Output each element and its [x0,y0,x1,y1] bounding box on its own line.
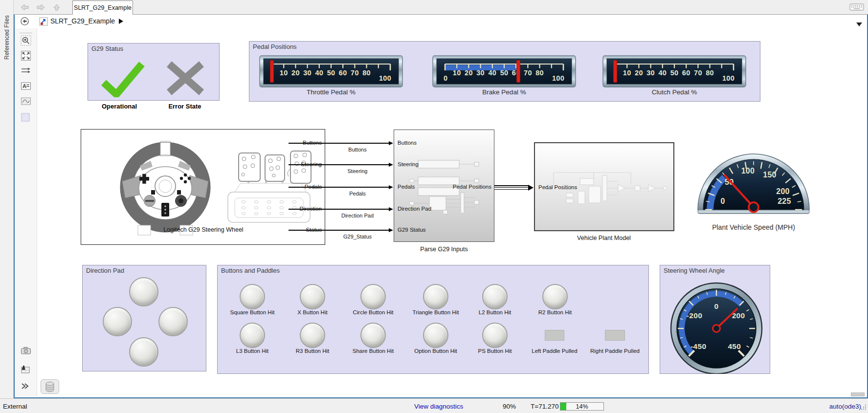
zoom-icon[interactable] [21,35,31,48]
svg-text:40: 40 [488,69,496,77]
button-lamp[interactable] [360,323,386,348]
svg-text:70: 70 [351,69,359,77]
screenshot-camera-icon[interactable] [21,346,31,357]
model-icon [39,17,48,28]
svg-text:70: 70 [524,69,532,77]
svg-text:100: 100 [379,74,391,82]
keyboard-icon[interactable] [849,3,864,13]
button-lamp[interactable] [423,323,448,348]
up-icon[interactable] [53,3,61,13]
parse-in-port-label: G29 Status [398,227,426,233]
diagram-canvas[interactable]: G29 Status Operational Error State Pedal… [37,28,867,396]
g29-status-panel[interactable]: G29 Status [88,43,220,101]
parse-in-port-label: Steering [398,161,419,167]
svg-text:30: 30 [476,69,485,77]
signal-wire[interactable] [289,164,389,165]
breadcrumb-model[interactable]: SLRT_G29_Example [50,17,123,25]
plant-in-port-label: Pedal Positions [538,184,577,190]
signal-wire[interactable] [289,209,389,210]
parse-block-name: Parse G29 Inputs [395,246,493,253]
svg-text:10: 10 [280,69,288,77]
speed-gauge[interactable]: 050100150200225 [695,144,812,220]
svg-text:20: 20 [291,69,300,77]
hide-explorer-icon[interactable] [20,17,29,28]
svg-text:70: 70 [694,69,702,77]
brake-gauge-label: Brake Pedal % [432,88,576,96]
fit-to-view-icon[interactable] [21,50,31,63]
parse-in-port-label: Direction Pad [398,206,431,212]
lamp-label: Right Paddle Pulled [579,348,652,354]
button-lamp[interactable] [482,284,508,309]
forward-icon[interactable] [36,3,46,13]
throttle-gauge[interactable]: 1020304050607080100 [259,55,403,87]
tab-slrt-g29-example[interactable]: SLRT_G29_Example [72,0,133,15]
steering-angle-panel[interactable]: Steering Wheel Angle -450-2000200450 [660,265,770,374]
speed-gauge-label: Plant Vehicle Speed (MPH) [685,223,822,231]
signal-lines-icon[interactable] [21,66,31,76]
button-lamp[interactable] [423,284,448,309]
check-icon[interactable] [99,58,145,97]
expand-toolbar-icon[interactable] [21,383,29,391]
signal-name-label: Buttons [318,147,397,152]
annotation-icon[interactable]: A [21,82,31,92]
tab-label: SLRT_G29_Example [74,4,132,11]
svg-text:-200: -200 [687,311,702,320]
resize-grip[interactable] [861,404,867,412]
svg-text:450: 450 [728,342,741,350]
bus-wire-pedal-positions[interactable] [494,185,529,190]
svg-text:100: 100 [741,167,755,175]
svg-text:60: 60 [339,69,347,77]
parse-g29-inputs-block[interactable]: ButtonsSteeringPedalsDirection PadG29 St… [394,130,494,242]
g29-wheel-art [81,130,324,242]
lamp-label: R2 Button Hit [518,309,592,315]
referenced-files-strip[interactable]: Referenced Files [0,0,14,398]
pedal-positions-panel[interactable]: Pedal Positions 1020304050607080100 1020… [249,41,760,102]
clutch-gauge[interactable]: 1020304050607080100 [602,55,746,87]
svg-text:60: 60 [682,69,690,77]
direction-lamp[interactable] [158,307,188,336]
solver-link[interactable]: auto(ode3) [829,403,861,410]
button-lamp[interactable] [240,284,265,309]
signal-wire[interactable] [289,143,389,144]
buttons-paddles-panel[interactable]: Buttons and Paddles [217,265,649,374]
svg-text:50: 50 [327,69,335,77]
svg-text:50: 50 [670,69,679,77]
button-lamp[interactable] [300,323,325,348]
cross-icon[interactable] [161,58,209,97]
svg-text:30: 30 [303,69,312,77]
vehicle-plant-block[interactable]: Pedal Positions [534,142,674,231]
sim-mode-label: External [3,403,27,410]
paddle-lamp[interactable] [545,330,564,341]
breadcrumb-label: SLRT_G29_Example [50,17,115,25]
button-lamp[interactable] [360,284,386,309]
status-bar: External View diagnostics 90% T=71.270 1… [0,398,868,413]
direction-lamp[interactable] [129,337,158,367]
button-lamp[interactable] [482,323,508,348]
g29-status-title: G29 Status [91,45,123,52]
direction-lamp[interactable] [103,307,132,336]
button-lamp[interactable] [542,284,568,309]
plant-block-name: Vehicle Plant Model [555,235,653,241]
model-data-button[interactable] [41,379,59,394]
button-lamp[interactable] [300,284,325,309]
svg-text:30: 30 [646,69,655,77]
scrollbar-corner[interactable] [851,392,865,396]
referenced-files-label: Referenced Files [3,1,10,60]
breadcrumb-dropdown-icon[interactable] [856,20,862,28]
area-annotation-icon[interactable] [21,112,30,124]
paddle-lamp[interactable] [605,330,625,341]
clutch-gauge-label: Clutch Pedal % [602,88,746,96]
steering-angle-gauge[interactable]: -450-2000200450 [670,281,763,374]
back-icon[interactable] [20,3,29,13]
dock-layout-icon[interactable] [21,365,30,376]
view-diagnostics-link[interactable]: View diagnostics [414,403,463,410]
operational-label: Operational [85,103,154,110]
tab-bar: SLRT_G29_Example [14,0,868,15]
svg-text:-450: -450 [690,342,706,350]
brake-gauge[interactable]: 10203040506070801000 [432,55,576,87]
signal-wire[interactable] [289,187,389,188]
button-lamp[interactable] [240,323,265,348]
image-annotation-icon[interactable] [21,97,31,108]
signal-wire[interactable] [289,230,389,231]
direction-lamp[interactable] [129,277,158,306]
